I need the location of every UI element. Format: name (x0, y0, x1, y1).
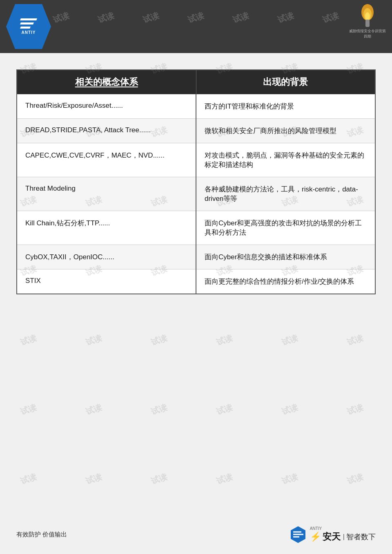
pwm-r6c2: 试读 (85, 402, 104, 418)
cell-right-1: 微软和相关安全厂商所推出的风险管理模型 (196, 119, 375, 143)
footer-right: ANTIY ⚡ 安天 | 智者数下 (289, 525, 376, 544)
cell-left-1: DREAD,STRIDE,PASTA, Attack Tree...... (17, 119, 196, 143)
table-header-row: 相关的概念体系 出现的背景 (17, 70, 375, 94)
header-wm-6: 试读 (276, 10, 296, 26)
cell-right-0: 西方的IT管理和标准化的背景 (196, 94, 375, 119)
footer-slogan-text: 智者数下 (346, 532, 376, 542)
pwm-r7c6: 试读 (346, 471, 365, 487)
header-wm-5: 试读 (232, 10, 251, 26)
header-wm-2: 试读 (97, 10, 116, 26)
cell-left-3: Threat Modeling (17, 177, 196, 211)
footer-separator: | (343, 533, 345, 541)
pwm-r6c6: 试读 (346, 402, 365, 418)
header-watermarks: 试读 试读 试读 试读 试读 试读 试读 (0, 0, 392, 53)
table-row: Threat/Risk/Exposure/Asset......西方的IT管理和… (17, 94, 375, 119)
pwm-r7c1: 试读 (19, 471, 38, 487)
header-wm-3: 试读 (142, 10, 161, 26)
footer-brand-group: ANTIY ⚡ 安天 | 智者数下 (310, 526, 376, 543)
pwm-r6c3: 试读 (150, 402, 169, 418)
pwm-r7c5: 试读 (281, 471, 300, 487)
cell-left-2: CAPEC,CWE,CVE,CVRF，MAEC，NVD...... (17, 143, 196, 177)
cell-left-0: Threat/Risk/Exposure/Asset...... (17, 94, 196, 119)
table-row: STIX面向更完整的综合性的情报分析/作业/交换的体系 (17, 269, 375, 294)
cell-left-6: STIX (17, 269, 196, 294)
table-row: CybOX,TAXII，OpenIOC......面向Cyber和信息交换的描述… (17, 245, 375, 269)
table-row: DREAD,STRIDE,PASTA, Attack Tree......微软和… (17, 119, 375, 143)
top-right-label: 威胁情报安全令训营第四期 (349, 29, 386, 39)
concept-table: 相关的概念体系 出现的背景 Threat/Risk/Exposure/Asset… (16, 69, 376, 294)
main-content: 相关的概念体系 出现的背景 Threat/Risk/Exposure/Asset… (0, 53, 392, 303)
pwm-r5c3: 试读 (150, 332, 169, 348)
col2-header: 出现的背景 (196, 70, 375, 94)
logo-stripes (20, 18, 37, 29)
col1-header: 相关的概念体系 (17, 70, 196, 94)
pwm-r6c5: 试读 (281, 402, 300, 418)
cell-right-3: 各种威胁建模的方法论，工具，risk-centric，data-driven等等 (196, 177, 375, 211)
footer-logo-icon (289, 525, 307, 544)
table-row: Threat Modeling各种威胁建模的方法论，工具，risk-centri… (17, 177, 375, 211)
pwm-r5c6: 试读 (346, 332, 365, 348)
footer-brand-text: 安天 (323, 531, 341, 543)
header-wm-4: 试读 (187, 10, 206, 26)
footer-left-text: 有效防护 价值输出 (16, 531, 67, 538)
pwm-r5c2: 试读 (85, 332, 104, 348)
torch-icon (353, 4, 382, 29)
footer-antiy-label: ANTIY (310, 526, 322, 531)
logo-stripe-2 (20, 22, 34, 24)
footer-brand-icon: ⚡ (310, 532, 321, 542)
svg-rect-3 (365, 20, 370, 27)
top-right-logo: 威胁情报安全令训营第四期 (349, 4, 386, 39)
pwm-r7c3: 试读 (150, 471, 169, 487)
table-row: Kill Chain,钻石分析,TTP......面向Cyber和更高强度的攻击… (17, 211, 375, 245)
cell-left-5: CybOX,TAXII，OpenIOC...... (17, 245, 196, 269)
pwm-r5c4: 试读 (215, 332, 234, 348)
cell-right-6: 面向更完整的综合性的情报分析/作业/交换的体系 (196, 269, 375, 294)
logo-stripe-1 (20, 18, 37, 20)
cell-right-4: 面向Cyber和更高强度的攻击和对抗的场景的分析工具和分析方法 (196, 211, 375, 245)
logo-text: ANTIY (22, 30, 36, 35)
svg-point-2 (365, 12, 370, 20)
header-wm-7: 试读 (321, 10, 341, 26)
cell-right-2: 对攻击模式，脆弱点，漏洞等各种基础的安全元素的标定和描述结构 (196, 143, 375, 177)
header-wm-1: 试读 (52, 10, 71, 26)
logo: ANTIY (6, 4, 51, 49)
footer: 有效防护 价值输出 ANTIY ⚡ 安天 | 智者数下 (16, 525, 376, 544)
cell-left-4: Kill Chain,钻石分析,TTP...... (17, 211, 196, 245)
pwm-r5c5: 试读 (281, 332, 300, 348)
pwm-r6c1: 试读 (19, 402, 38, 418)
header: ANTIY 试读 试读 试读 试读 试读 试读 试读 威胁情报安全令训营第四期 (0, 0, 392, 53)
logo-stripe-3 (20, 27, 31, 29)
pwm-r5c1: 试读 (19, 332, 38, 348)
pwm-r6c4: 试读 (215, 402, 234, 418)
cell-right-5: 面向Cyber和信息交换的描述和标准体系 (196, 245, 375, 269)
table-row: CAPEC,CWE,CVE,CVRF，MAEC，NVD......对攻击模式，脆… (17, 143, 375, 177)
pwm-r7c4: 试读 (215, 471, 234, 487)
pwm-r7c2: 试读 (85, 471, 104, 487)
